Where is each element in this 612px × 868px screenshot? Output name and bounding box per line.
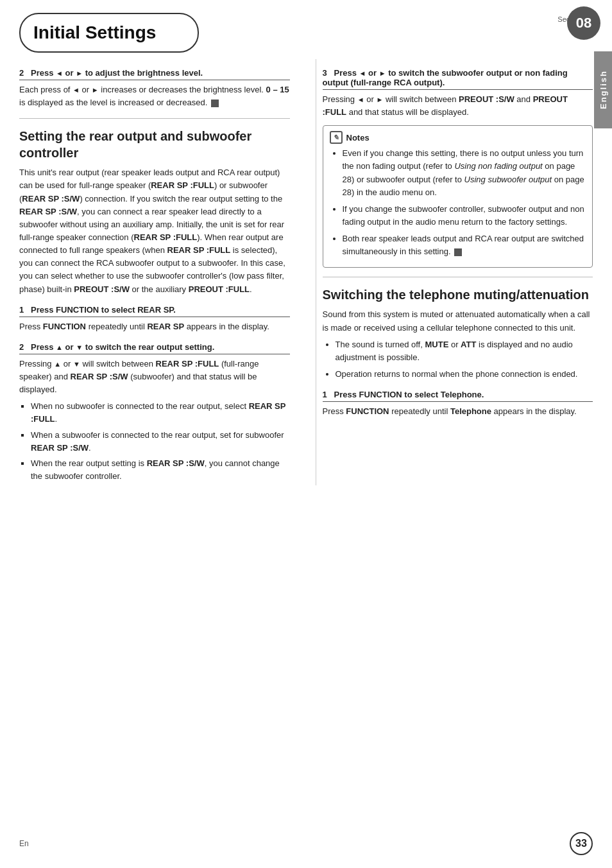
left-column: 2 Press or to adjust the brightness leve… bbox=[19, 59, 296, 485]
notes-list: Even if you change this setting, there i… bbox=[343, 147, 585, 258]
step2-rear-output: 2 Press or to switch the rear output set… bbox=[19, 342, 290, 483]
footer-page-number: 33 bbox=[570, 832, 593, 855]
telephone-bullets: The sound is turned off, MUTE or ATT is … bbox=[336, 338, 593, 381]
step3-subwoofer-body: Pressing or will switch between PREOUT :… bbox=[323, 93, 593, 119]
tel-bullet-1: The sound is turned off, MUTE or ATT is … bbox=[336, 338, 593, 364]
tri-right-icon3 bbox=[379, 68, 386, 78]
tel-bullet-2: Operation returns to normal when the pho… bbox=[336, 368, 593, 381]
language-label: English bbox=[594, 51, 612, 128]
title-box: Initial Settings bbox=[19, 13, 199, 53]
tri-left-icon2 bbox=[72, 85, 80, 94]
tri-up-icon2 bbox=[54, 359, 61, 369]
right-column: 3 Press or to switch the subwoofer outpu… bbox=[316, 59, 593, 485]
tri-right-icon bbox=[76, 68, 83, 78]
notes-title: Notes bbox=[346, 133, 370, 143]
step2-rear-label: 2 Press or to switch the rear output set… bbox=[19, 342, 290, 354]
step2-brightness: 2 Press or to adjust the brightness leve… bbox=[19, 68, 290, 109]
step3-subwoofer-label: 3 Press or to switch the subwoofer outpu… bbox=[323, 68, 593, 90]
rear-bullet-2: When a subwoofer is connected to the rea… bbox=[31, 429, 290, 455]
tri-right-icon4 bbox=[376, 94, 383, 104]
notes-icon: ✎ bbox=[330, 131, 343, 144]
step1-telephone-label: 1 Press FUNCTION to select Telephone. bbox=[323, 390, 593, 402]
section-number-badge: 08 bbox=[567, 6, 600, 40]
footer-en-label: En bbox=[19, 839, 29, 848]
rear-bullet-1: When no subwoofer is connected to the re… bbox=[31, 400, 290, 426]
step1-function: 1 Press FUNCTION to select REAR SP. Pres… bbox=[19, 305, 290, 333]
telephone-section-body: Sound from this system is muted or atten… bbox=[323, 308, 593, 334]
footer: En 33 bbox=[0, 832, 612, 855]
step1-telephone: 1 Press FUNCTION to select Telephone. Pr… bbox=[323, 390, 593, 418]
step2-brightness-body: Each press of or increases or decreases … bbox=[19, 83, 290, 109]
rear-output-section-title: Setting the rear output and subwoofer co… bbox=[19, 128, 290, 161]
notes-box: ✎ Notes Even if you change this setting,… bbox=[323, 125, 593, 268]
tri-down-icon bbox=[76, 342, 83, 352]
tri-left-icon4 bbox=[357, 94, 364, 104]
header: Initial Settings Section 08 bbox=[0, 13, 612, 53]
tri-left-icon bbox=[56, 68, 63, 78]
tri-left-icon3 bbox=[359, 68, 366, 78]
page: Initial Settings Section 08 English 2 Pr… bbox=[0, 0, 612, 868]
step1-function-label: 1 Press FUNCTION to select REAR SP. bbox=[19, 305, 290, 317]
square-icon bbox=[211, 100, 219, 107]
note-item-2: If you change the subwoofer controller, … bbox=[343, 203, 585, 229]
main-content: 2 Press or to adjust the brightness leve… bbox=[0, 59, 612, 485]
rear-bullet-3: When the rear output setting is REAR SP … bbox=[31, 457, 290, 483]
step2-rear-bullets: When no subwoofer is connected to the re… bbox=[31, 400, 290, 483]
step1-function-body: Press FUNCTION repeatedly until REAR SP … bbox=[19, 320, 290, 333]
step3-subwoofer: 3 Press or to switch the subwoofer outpu… bbox=[323, 68, 593, 119]
header-right: Section bbox=[199, 13, 612, 53]
tri-down-icon2 bbox=[73, 359, 80, 369]
note-item-1: Even if you change this setting, there i… bbox=[343, 147, 585, 199]
tri-right-icon2 bbox=[92, 85, 99, 94]
notes-header: ✎ Notes bbox=[330, 131, 585, 144]
divider2 bbox=[323, 277, 593, 277]
note-item-3: Both rear speaker leads output and RCA r… bbox=[343, 232, 585, 258]
divider1 bbox=[19, 118, 290, 119]
tri-up-icon bbox=[56, 342, 63, 352]
step1-telephone-body: Press FUNCTION repeatedly until Telephon… bbox=[323, 405, 593, 418]
square-icon2 bbox=[454, 248, 462, 256]
page-title: Initial Settings bbox=[33, 22, 156, 43]
step2-rear-body1: Pressing or will switch between REAR SP … bbox=[19, 358, 290, 396]
step2-brightness-label: 2 Press or to adjust the brightness leve… bbox=[19, 68, 290, 80]
rear-output-section-body: This unit's rear output (rear speaker le… bbox=[19, 166, 290, 295]
telephone-section-title: Switching the telephone muting/attenuati… bbox=[323, 286, 593, 303]
